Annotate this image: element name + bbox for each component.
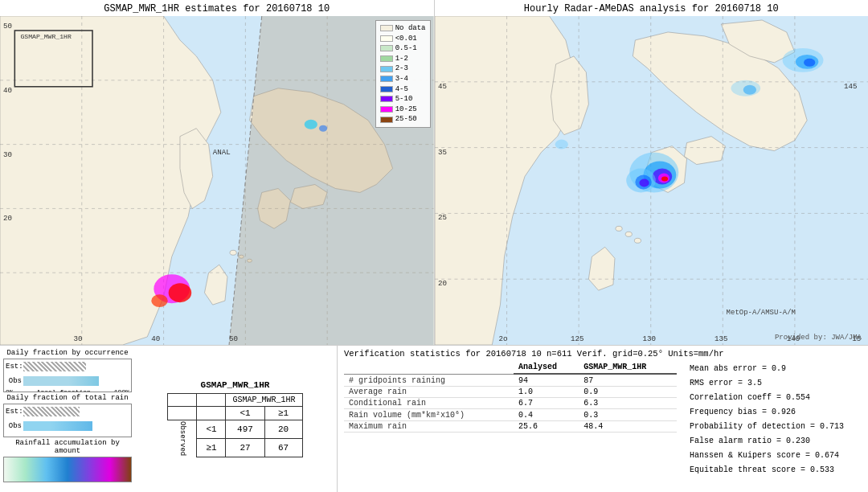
verif-analysed-1: 1.0 bbox=[514, 387, 579, 398]
pct-100: 100% bbox=[114, 388, 129, 392]
svg-text:2o: 2o bbox=[498, 334, 507, 343]
svg-text:130: 130 bbox=[642, 334, 655, 343]
verif-label-1: Average rain bbox=[344, 387, 514, 398]
stat-correlation: Correlation coeff = 0.554 bbox=[690, 391, 862, 405]
verif-gsmap-1: 0.9 bbox=[579, 387, 677, 398]
ct-header: GSMAP_MWR_1HR bbox=[226, 394, 302, 407]
svg-point-29 bbox=[615, 226, 621, 231]
svg-point-14 bbox=[169, 283, 192, 302]
left-map-svg: 50 40 30 20 30 40 50 ANAL GSMAP_MWR_1HR bbox=[0, 16, 434, 345]
bar-axis-occurrence: 0% Areal fraction 100% bbox=[4, 388, 131, 392]
ct-title: GSMAP_MWR_1HR bbox=[201, 380, 270, 390]
verif-label-2: Conditional rain bbox=[344, 398, 514, 409]
verif-analysed-0: 94 bbox=[514, 375, 579, 387]
col-gsmap-header: GSMAP_MWR_1HR bbox=[579, 362, 677, 374]
bottom-left-panel: Daily fraction by occurrence Est: Obs 0%… bbox=[0, 346, 338, 492]
verif-title: Verification statistics for 20160718 10 … bbox=[344, 349, 862, 359]
verif-analysed-3: 0.4 bbox=[514, 409, 579, 421]
rain-chart: Est: Obs bbox=[3, 404, 132, 437]
verif-row-4: Maximum rain 25.6 48.4 bbox=[344, 421, 677, 433]
svg-point-16 bbox=[305, 120, 317, 129]
occurrence-chart: Est: Obs 0% Areal fraction 100% bbox=[3, 359, 132, 392]
legend-box: No data <0.01 0.5-1 1-2 2-3 bbox=[375, 20, 431, 128]
right-map-panel: Hourly Radar-AMeDAS analysis for 2016071… bbox=[435, 0, 869, 345]
stat-hanssen-kuipers: Hanssen & Kuipers score = 0.674 bbox=[690, 449, 862, 463]
legend-item-1to2: 1-2 bbox=[380, 54, 426, 64]
svg-text:45: 45 bbox=[438, 82, 447, 91]
top-row: GSMAP_MWR_1HR estimates for 20160718 10 bbox=[0, 0, 868, 346]
stat-mean-abs-error: Mean abs error = 0.9 bbox=[690, 362, 862, 376]
legend-item-5to10: 5-10 bbox=[380, 94, 426, 105]
ct-row-lt1-label: <1 bbox=[197, 420, 226, 439]
svg-text:125: 125 bbox=[570, 334, 583, 343]
obs-bar bbox=[23, 376, 99, 386]
verif-table-left: Analysed GSMAP_MWR_1HR # gridpoints rain… bbox=[344, 362, 677, 478]
svg-text:35: 35 bbox=[438, 148, 447, 157]
verif-label-3: Rain volume (mm*km²x10⁶) bbox=[344, 409, 514, 421]
obs-label: Obs bbox=[6, 377, 23, 385]
svg-point-30 bbox=[625, 232, 632, 236]
rain-label: Daily fraction of total rain bbox=[3, 394, 132, 402]
svg-point-53 bbox=[743, 85, 755, 95]
bottom-right-panel: Verification statistics for 20160718 10 … bbox=[338, 346, 868, 492]
verif-data-table: Analysed GSMAP_MWR_1HR # gridpoints rain… bbox=[344, 362, 677, 433]
verif-row-1: Average rain 1.0 0.9 bbox=[344, 387, 677, 398]
right-map-svg: 45 35 25 20 2o 125 130 135 140 15 145 bbox=[435, 16, 869, 345]
legend-item-3to4: 3-4 bbox=[380, 74, 426, 84]
metop-label: MetOp-A/AMSU-A/M bbox=[727, 309, 796, 317]
ct-cell-lt1-ge1: 20 bbox=[264, 420, 302, 439]
svg-text:25: 25 bbox=[438, 213, 447, 222]
legend-item-4to5: 4-5 bbox=[380, 84, 426, 95]
contingency-table-section: GSMAP_MWR_1HR GSMAP_MWR_1HR <1 ≥1 Ob bbox=[137, 349, 334, 489]
stat-equitable-threat: Equitable threat score = 0.533 bbox=[690, 463, 862, 478]
stat-pod: Probability of detection = 0.713 bbox=[690, 420, 862, 434]
svg-text:145: 145 bbox=[843, 82, 856, 91]
est-label: Est: bbox=[6, 363, 23, 371]
legend-item-nodata: No data bbox=[380, 23, 426, 34]
svg-text:30: 30 bbox=[74, 334, 83, 343]
stat-rms-error: RMS error = 3.5 bbox=[690, 376, 862, 391]
verif-label-4: Maximum rain bbox=[344, 421, 514, 433]
svg-point-31 bbox=[634, 238, 641, 243]
svg-point-51 bbox=[804, 59, 815, 67]
svg-text:20: 20 bbox=[3, 214, 12, 223]
ct-observed-label: Observed bbox=[168, 420, 197, 457]
verif-row-3: Rain volume (mm*km²x10⁶) 0.4 0.3 bbox=[344, 409, 677, 421]
legend-item-10to25: 10-25 bbox=[380, 105, 426, 115]
svg-text:40: 40 bbox=[3, 86, 12, 95]
legend-item-05to1: 0.5-1 bbox=[380, 43, 426, 54]
svg-point-15 bbox=[151, 294, 167, 307]
pct-0: 0% bbox=[6, 388, 14, 392]
obs-bar2 bbox=[23, 421, 92, 431]
svg-point-1 bbox=[230, 250, 236, 255]
verif-body: Analysed GSMAP_MWR_1HR # gridpoints rain… bbox=[344, 362, 862, 478]
bottom-row: Daily fraction by occurrence Est: Obs 0%… bbox=[0, 346, 868, 492]
obs-label2: Obs bbox=[6, 422, 23, 430]
ct-cell-lt1-lt1: 497 bbox=[226, 420, 264, 439]
legend-item-25to50: 25-50 bbox=[380, 114, 426, 125]
ct-col-ge1: ≥1 bbox=[264, 407, 302, 420]
occurrence-label: Daily fraction by occurrence bbox=[3, 349, 132, 357]
ct-cell-ge1-lt1: 27 bbox=[226, 439, 264, 457]
main-container: GSMAP_MWR_1HR estimates for 20160718 10 bbox=[0, 0, 868, 492]
stat-false-alarm-ratio: False alarm ratio = 0.230 bbox=[690, 434, 862, 449]
svg-text:30: 30 bbox=[3, 150, 12, 159]
est-bar bbox=[23, 362, 86, 371]
verif-gsmap-2: 6.3 bbox=[579, 398, 677, 409]
accumulation-label: Rainfall accumulation by amount bbox=[3, 439, 132, 455]
verif-label-0: # gridpoints raining bbox=[344, 375, 514, 387]
legend-item-2to3: 2-3 bbox=[380, 64, 426, 74]
est-bar2 bbox=[23, 407, 80, 416]
ct-row-ge1-label: ≥1 bbox=[197, 439, 226, 457]
verif-row-2: Conditional rain 6.7 6.3 bbox=[344, 398, 677, 409]
verif-gsmap-0: 87 bbox=[579, 375, 677, 387]
verif-right-stats: Mean abs error = 0.9 RMS error = 3.5 Cor… bbox=[685, 362, 862, 478]
verif-row-0: # gridpoints raining 94 87 bbox=[344, 375, 677, 387]
svg-point-48 bbox=[639, 179, 649, 187]
legend-item-lt001: <0.01 bbox=[380, 34, 426, 44]
ct-col-lt1: <1 bbox=[226, 407, 264, 420]
svg-text:50: 50 bbox=[229, 334, 238, 343]
svg-text:20: 20 bbox=[438, 279, 447, 288]
svg-point-17 bbox=[319, 125, 327, 132]
verif-analysed-2: 6.7 bbox=[514, 398, 579, 409]
